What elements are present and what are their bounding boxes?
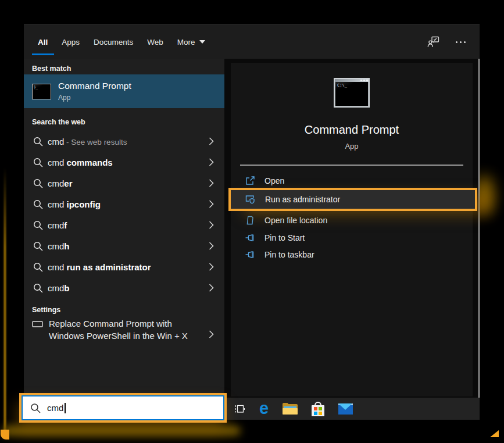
chevron-right-icon [209,221,214,229]
preview-divider [240,165,463,166]
pin-icon [245,233,255,243]
chevron-right-icon [209,263,214,271]
tab-apps[interactable]: Apps [62,38,80,47]
text-caret [65,403,66,413]
results-panel: Best match ├_ Command Prompt App Search … [24,59,224,394]
preview-subtitle: App [231,142,473,151]
chevron-right-icon [209,158,214,166]
mail-icon[interactable] [338,403,353,415]
web-suggestion-row[interactable]: cmd commands [24,152,224,173]
command-prompt-icon: ├_ [32,84,51,99]
chevron-right-icon [209,179,214,187]
action-run-as-administrator[interactable]: Run as administrator [228,188,477,211]
action-open[interactable]: Open [231,173,473,188]
settings-item-line1: Replace Command Prompt with [49,319,172,328]
tab-web[interactable]: Web [147,38,163,47]
action-open-file-location[interactable]: Open file location [231,213,473,228]
admin-shield-icon [245,194,256,205]
best-match-subtitle: App [58,94,131,102]
chevron-right-icon [209,137,214,145]
search-query-text: cmd [47,403,63,413]
best-match-title: Command Prompt [58,81,131,91]
edge-icon[interactable]: e [259,400,269,417]
chevron-right-icon [209,284,214,292]
microsoft-store-icon[interactable] [312,402,324,416]
display-icon [32,320,43,328]
search-icon [33,158,43,167]
search-input[interactable]: cmd [22,395,224,420]
search-box-highlight: cmd [19,393,227,423]
open-window-icon [245,176,255,186]
search-icon [33,137,43,147]
search-icon [33,283,43,293]
settings-result-row[interactable]: Replace Command Prompt with Windows Powe… [24,317,224,351]
search-filter-tabbar: All Apps Documents Web More [24,25,480,59]
tab-documents[interactable]: Documents [94,38,133,47]
chevron-right-icon [209,200,214,208]
file-explorer-icon[interactable] [283,403,298,415]
web-suggestion-row[interactable]: cmdf [24,215,224,235]
settings-item-line2: Windows PowerShell in the Win + X [49,331,188,341]
ellipsis-icon[interactable] [456,41,466,43]
tab-all[interactable]: All [38,38,48,47]
window-right-border [478,25,480,420]
web-suggestion-row[interactable]: cmd - See web results [24,131,224,152]
chevron-right-icon [209,242,214,250]
web-suggestion-row[interactable]: cmder [24,173,224,194]
screenshot-canvas: All Apps Documents Web More [0,0,504,443]
active-tab-underline [32,53,54,55]
orange-corner-bottom-right [490,430,499,437]
pin-icon [245,249,255,260]
search-icon [33,241,43,251]
tab-more[interactable]: More [177,38,205,47]
search-icon [33,262,43,272]
preview-title: Command Prompt [231,123,473,137]
feedback-icon[interactable] [427,36,439,48]
taskbar: e [227,398,480,420]
orange-glow-left [4,167,6,434]
action-pin-to-start[interactable]: Pin to Start [231,230,473,245]
settings-header: Settings [24,298,224,317]
file-location-icon [245,215,255,226]
search-icon [30,403,41,413]
web-suggestion-row[interactable]: cmd ipconfig [24,194,224,215]
search-icon [33,220,43,230]
best-match-command-prompt[interactable]: ├_ Command Prompt App [24,74,224,108]
search-icon [33,178,43,188]
search-the-web-header: Search the web [24,108,224,131]
web-suggestion-row[interactable]: cmdh [24,235,224,256]
orange-glow-bottom [2,426,241,436]
preview-panel: C:\_ Command Prompt App Open [231,63,473,396]
search-flyout-window: All Apps Documents Web More [24,24,480,420]
web-suggestion-row[interactable]: cmd run as administrator [24,256,224,277]
task-view-icon[interactable] [234,403,245,415]
web-suggestion-row[interactable]: cmdb [24,277,224,298]
orange-corner-bottom-left [1,430,9,440]
chevron-down-icon [199,40,205,44]
search-icon [33,199,43,209]
action-pin-to-taskbar[interactable]: Pin to taskbar [231,247,473,262]
best-match-header: Best match [24,59,224,74]
chevron-right-icon [209,330,214,338]
command-prompt-icon-large: C:\_ [334,78,370,108]
